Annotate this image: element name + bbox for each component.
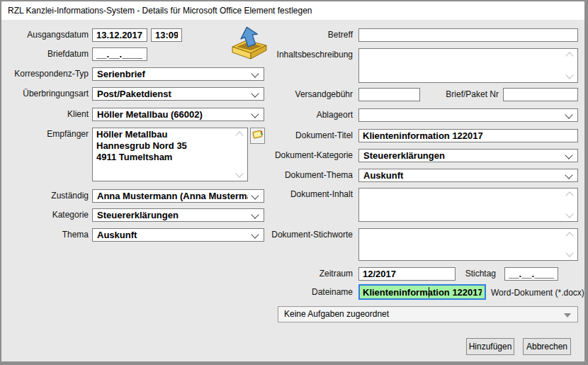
- brief-paket-nr-label: Brief/Paket Nr: [398, 88, 499, 101]
- hinzufuegen-button[interactable]: Hinzufügen: [466, 338, 514, 355]
- dokument-inhalt-value: [363, 189, 562, 220]
- dokument-inhalt-textarea[interactable]: [358, 188, 578, 222]
- chevron-down-icon: [565, 151, 572, 159]
- korrespondenz-typ-value: Serienbrief: [97, 68, 248, 80]
- chevron-down-icon: [565, 171, 572, 179]
- ablageort-label: Ablageort: [232, 108, 353, 122]
- briefdatum-label: Briefdatum: [7, 47, 89, 61]
- thema-value: Auskunft: [97, 229, 248, 241]
- dokument-titel-input[interactable]: [358, 129, 578, 142]
- ausgangsdatum-time-input[interactable]: [151, 28, 182, 42]
- empfaenger-value: Höller Metallbau Hannesgrub Nord 35 4911…: [96, 129, 232, 179]
- ausgangsdatum-label: Ausgangsdatum: [7, 28, 89, 42]
- empfaenger-textarea[interactable]: Höller Metallbau Hannesgrub Nord 35 4911…: [92, 128, 248, 181]
- inhaltsbeschreibung-label: Inhaltsbeschreibung: [232, 48, 353, 62]
- briefdatum-input[interactable]: [92, 47, 147, 61]
- betreff-input[interactable]: [358, 28, 578, 42]
- ueberbringungsart-label: Überbringungsart: [7, 87, 89, 101]
- dokument-thema-label: Dokument-Thema: [232, 169, 353, 182]
- inhaltsbeschreibung-value: [363, 50, 562, 81]
- dokument-stichworte-label: Dokument-Stichworte: [232, 228, 353, 242]
- filetype-hint-label: Word-Dokument (*.docx): [491, 285, 584, 301]
- scroll-down-icon[interactable]: [565, 71, 573, 79]
- dialog-body: Ausgangsdatum Briefdatum Korrespondenz-T…: [1, 20, 584, 361]
- dateiname-label: Dateiname: [232, 286, 353, 299]
- ablageort-value: [363, 109, 562, 121]
- dokument-kategorie-label: Dokument-Kategorie: [232, 149, 353, 162]
- scroll-up-icon[interactable]: [565, 52, 573, 60]
- dokument-inhalt-label: Dokument-Inhalt: [232, 188, 353, 201]
- dokument-kategorie-select[interactable]: Steuererklärungen: [358, 149, 578, 162]
- brief-paket-nr-input[interactable]: [503, 88, 578, 101]
- dropdown-arrow-icon: [564, 313, 571, 318]
- dokument-titel-label: Dokument-Titel: [232, 129, 353, 142]
- klient-label: Klient: [7, 108, 89, 121]
- ablageort-select[interactable]: [358, 108, 578, 122]
- dateiname-input[interactable]: [358, 284, 486, 300]
- korrespondenz-typ-label: Korrespondenz-Typ: [7, 67, 89, 81]
- window-title: RZL Kanzlei-Informations-System - Detail…: [8, 1, 312, 20]
- dialog-window: RZL Kanzlei-Informations-System - Detail…: [0, 0, 588, 365]
- abbrechen-button[interactable]: Abbrechen: [523, 338, 571, 355]
- dokument-thema-value: Auskunft: [363, 169, 562, 181]
- aufgaben-value: Keine Aufgaben zugeordnet: [284, 307, 389, 322]
- zustaendig-value: Anna Mustermann (Anna Mustermann: [97, 190, 248, 202]
- thema-label: Thema: [7, 228, 89, 242]
- versandgebuehr-label: Versandgebühr: [232, 88, 353, 101]
- chevron-down-icon: [251, 69, 259, 77]
- betreff-label: Betreff: [232, 28, 353, 42]
- kategorie-value: Steuererklärungen: [97, 209, 248, 221]
- kategorie-select[interactable]: Steuererklärungen: [92, 208, 264, 222]
- stichtag-input[interactable]: [504, 267, 558, 281]
- dokument-kategorie-value: Steuererklärungen: [363, 150, 562, 162]
- dokument-thema-select[interactable]: Auskunft: [358, 169, 578, 182]
- kategorie-label: Kategorie: [7, 208, 89, 222]
- scroll-up-icon[interactable]: [565, 191, 573, 199]
- ausgangsdatum-date-input[interactable]: [92, 28, 147, 42]
- aufgaben-select[interactable]: Keine Aufgaben zugeordnet: [278, 306, 578, 322]
- ueberbringungsart-value: Post/Paketdienst: [97, 88, 248, 100]
- dokument-stichworte-textarea[interactable]: [358, 228, 578, 261]
- scroll-down-icon[interactable]: [565, 210, 573, 218]
- dokument-stichworte-value: [363, 230, 562, 259]
- zustaendig-label: Zuständig: [7, 189, 89, 203]
- empfaenger-label: Empfänger: [7, 128, 89, 141]
- scroll-down-icon[interactable]: [565, 249, 573, 257]
- scroll-up-icon[interactable]: [565, 232, 573, 240]
- text-caret: [429, 287, 429, 298]
- inhaltsbeschreibung-textarea[interactable]: [358, 48, 578, 83]
- chevron-down-icon: [251, 210, 259, 218]
- korrespondenz-typ-select[interactable]: Serienbrief: [92, 67, 264, 81]
- stichtag-label: Stichtag: [398, 267, 496, 281]
- klient-value: Höller Metallbau (66002): [97, 108, 248, 120]
- chevron-down-icon: [565, 111, 572, 118]
- title-bar: RZL Kanzlei-Informations-System - Detail…: [1, 1, 584, 20]
- zeitraum-label: Zeitraum: [232, 267, 353, 281]
